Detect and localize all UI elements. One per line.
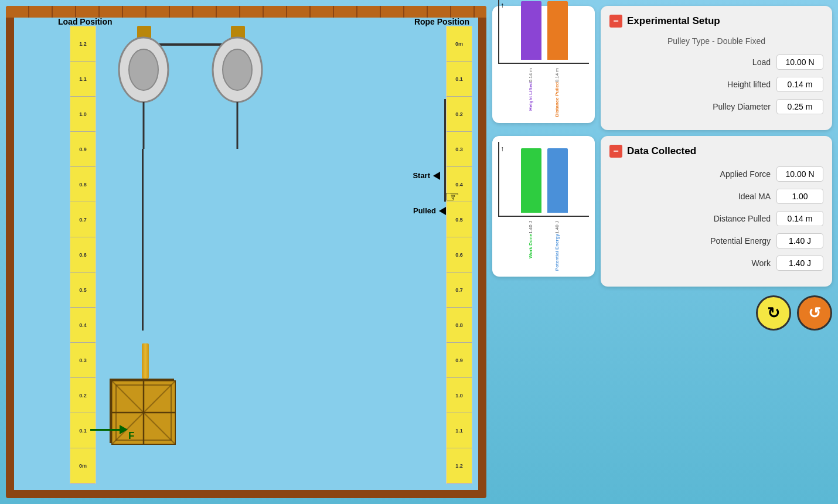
exp-header: − Experimental Setup [609, 15, 823, 28]
dc-row-distance-pulled: Distance Pulled 0.14 m [609, 211, 823, 226]
exp-height-value: 0.14 m [776, 77, 823, 92]
bar4-container [547, 148, 568, 213]
bar2-value: 0.14 m [554, 68, 560, 82]
load-position-label: Load Position [58, 17, 113, 26]
bar3-label: Work Done [528, 234, 533, 258]
bar4-value: 1.40 J [554, 221, 560, 234]
dc-applied-force-label: Applied Force [609, 169, 771, 179]
bar2-label: Distance Pulled [554, 82, 560, 117]
bar3 [521, 148, 541, 213]
frame-bricks [6, 6, 486, 18]
dc-header: − Data Collected [609, 145, 823, 158]
exp-load-label: Load [609, 57, 771, 67]
data-collected-panel: − Data Collected Applied Force 10.00 N I… [601, 136, 832, 287]
bar3-value: 1.40 J [528, 221, 533, 234]
bar1-container [521, 1, 541, 60]
exp-title: Experimental Setup [627, 15, 720, 27]
reset-button[interactable]: ↺ [797, 295, 832, 331]
start-arrow [433, 172, 440, 180]
bar4-label: Potential Energy [554, 234, 560, 271]
bottom-right: ↑ 1.40 J Work Done 1.40 J Potential Ener… [492, 136, 832, 287]
dc-row-applied-force: Applied Force 10.00 N [609, 166, 823, 182]
dc-row-work: Work 1.40 J [609, 256, 823, 271]
exp-header-icon[interactable]: − [609, 15, 622, 28]
chart2-panel: ↑ 1.40 J Work Done 1.40 J Potential Ener… [492, 136, 595, 277]
dc-potential-energy-label: Potential Energy [609, 236, 771, 246]
dc-work-label: Work [609, 258, 771, 268]
dc-row-potential-energy: Potential Energy 1.40 J [609, 233, 823, 248]
pulley-svg [90, 26, 383, 155]
pulled-text: Pulled [413, 206, 436, 215]
svg-point-5 [129, 49, 158, 90]
dc-applied-force-value: 10.00 N [776, 166, 823, 182]
bar1-label: Height Lifted [528, 82, 533, 111]
bar4 [547, 148, 568, 213]
right-side: ↑ 0.14 m Height Lifted 0.14 m Distance P… [492, 6, 832, 331]
top-right: ↑ 0.14 m Height Lifted 0.14 m Distance P… [492, 6, 832, 130]
exp-row-height: Height lifted 0.14 m [609, 77, 823, 92]
pulled-arrow [439, 207, 446, 215]
experimental-setup-panel: − Experimental Setup Pulley Type - Doubl… [601, 6, 832, 130]
dc-header-icon[interactable]: − [609, 145, 622, 158]
exp-row-load: Load 10.00 N [609, 55, 823, 70]
pulled-label: Pulled [413, 206, 446, 215]
svg-point-8 [223, 49, 252, 90]
ruler-right: 0m 0.1 0.2 0.3 0.4 0.5 0.6 0.7 0.8 0.9 1… [446, 26, 472, 484]
exp-height-label: Height lifted [609, 80, 771, 89]
chart2-area: ↑ [498, 142, 589, 217]
action-buttons: ↻ ↺ [492, 295, 832, 331]
bar2-container [547, 1, 568, 60]
rope-position-label: Rope Position [414, 17, 469, 26]
pulley-type-text: Pulley Type - Double Fixed [609, 36, 823, 46]
bar3-container [521, 148, 541, 213]
exp-row-diameter: Pulley Diameter 0.25 m [609, 99, 823, 114]
arrow-line [90, 429, 120, 431]
dc-title: Data Collected [627, 145, 696, 157]
start-label: Start [413, 171, 440, 180]
crate-stick [142, 343, 149, 379]
main-frame: Load Position Rope Position 1.2 1.1 1.0 … [6, 6, 486, 498]
dc-distance-pulled-value: 0.14 m [776, 211, 823, 226]
dc-potential-energy-value: 1.40 J [776, 233, 823, 248]
exp-diameter-value: 0.25 m [776, 99, 823, 114]
rope-handle[interactable]: ☞ [445, 187, 459, 206]
dc-work-value: 1.40 J [776, 256, 823, 271]
start-text: Start [413, 171, 430, 180]
reset-icon: ↺ [808, 304, 821, 322]
exp-diameter-label: Pulley Diameter [609, 102, 771, 111]
chart1-panel: ↑ 0.14 m Height Lifted 0.14 m Distance P… [492, 6, 595, 123]
rope-right-side [444, 99, 446, 202]
refresh-button[interactable]: ↻ [756, 295, 791, 331]
arrow-head [120, 425, 128, 434]
force-arrow-container [90, 425, 128, 434]
rope-to-crate [142, 149, 144, 331]
bar1 [521, 1, 541, 60]
force-label: F [128, 430, 134, 442]
bar1-value: 0.14 m [528, 68, 533, 82]
dc-ideal-ma-value: 1.00 [776, 189, 823, 204]
dc-row-ideal-ma: Ideal MA 1.00 [609, 189, 823, 204]
exp-load-value: 10.00 N [776, 55, 823, 70]
dc-distance-pulled-label: Distance Pulled [609, 214, 771, 223]
dc-ideal-ma-label: Ideal MA [609, 192, 771, 201]
chart1-area: ↑ [498, 0, 589, 64]
refresh-icon: ↻ [767, 304, 780, 322]
bar2 [547, 1, 568, 60]
